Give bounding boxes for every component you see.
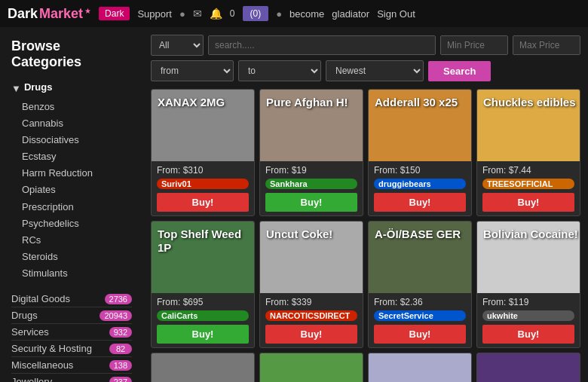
- cat-count-security: 82: [109, 344, 132, 354]
- vendor-badge: druggiebears: [374, 179, 466, 189]
- search-input[interactable]: [208, 35, 436, 55]
- buy-button[interactable]: Buy!: [265, 325, 357, 344]
- buy-button[interactable]: Buy!: [374, 193, 466, 212]
- sidebar-item-psychedelics[interactable]: Psychedelics: [22, 215, 132, 232]
- drugs-section: ▼ Drugs Benzos Cannabis Dissociatives Ec…: [11, 81, 132, 282]
- product-price: From: $7.44: [482, 165, 574, 176]
- product-title: Uncut Coke!: [266, 228, 332, 241]
- max-price-input[interactable]: [513, 35, 580, 55]
- product-info: From: $119 ukwhite Buy!: [477, 293, 580, 347]
- drugs-expand-icon[interactable]: ▼: [11, 83, 21, 94]
- product-price: From: $119: [482, 297, 574, 307]
- bell-icon[interactable]: 🔔: [210, 8, 222, 20]
- cat-digital-goods[interactable]: Digital Goods 2736: [11, 291, 132, 307]
- product-info: From: $310 Suriv01 Buy!: [152, 161, 254, 215]
- sidebar-item-opiates[interactable]: Opiates: [22, 182, 132, 198]
- buy-button[interactable]: Buy!: [482, 325, 574, 344]
- logo-dark-text: Dark: [8, 6, 38, 22]
- buy-button[interactable]: Buy!: [374, 325, 466, 344]
- product-title: Adderall 30 x25: [375, 96, 458, 109]
- product-image: Bolivian Cocaine!: [477, 222, 580, 293]
- sidebar-item-harm-reduction[interactable]: Harm Reduction: [22, 165, 132, 182]
- product-image: XANAX 2MG: [152, 90, 254, 161]
- logo-market-text: Market: [39, 6, 83, 22]
- product-info: From: $19 Sankhara Buy!: [260, 161, 363, 215]
- product-card: XANAX 2MG From: $310 Suriv01 Buy!: [151, 89, 255, 216]
- sidebar-item-dissociatives[interactable]: Dissociatives: [22, 132, 132, 148]
- user-profile-link[interactable]: gladiator: [332, 8, 369, 20]
- main-layout: Browse Categories ▼ Drugs Benzos Cannabi…: [0, 27, 588, 382]
- search-bar-row1: All: [151, 35, 580, 56]
- buy-button[interactable]: Buy!: [157, 193, 249, 212]
- cat-services[interactable]: Services 932: [11, 324, 132, 341]
- search-bar-row2: from to Newest Search: [151, 60, 580, 81]
- cat-count-services: 932: [109, 327, 132, 338]
- product-price: From: $2.36: [374, 297, 466, 307]
- become-link[interactable]: become: [289, 8, 324, 20]
- product-image: A-ÖI/BASE GER: [369, 222, 471, 293]
- product-title: Chuckles edibles: [483, 96, 576, 109]
- vendor-badge: ukwhite: [482, 310, 574, 321]
- logo: Dark Market ★: [8, 6, 91, 22]
- sidebar-item-steroids[interactable]: Steroids: [22, 249, 132, 265]
- partial-product-card: Sandoz...: [368, 353, 472, 382]
- min-price-input[interactable]: [440, 35, 508, 55]
- product-image: Adderall 30 x25: [369, 90, 471, 161]
- signout-link[interactable]: Sign Out: [377, 8, 415, 20]
- drug-subcategory-list: Benzos Cannabis Dissociatives Ecstasy Ha…: [11, 99, 132, 282]
- partial-product-card: NEW OG: [259, 353, 363, 382]
- sidebar-item-benzos[interactable]: Benzos: [22, 99, 132, 115]
- product-grid: XANAX 2MG From: $310 Suriv01 Buy! Pure A…: [151, 89, 580, 348]
- cat-count-digital-goods: 2736: [105, 294, 132, 304]
- sidebar-item-stimulants[interactable]: Stimulants: [22, 265, 132, 282]
- from-select[interactable]: from: [151, 60, 234, 81]
- sidebar-title: Browse Categories: [11, 38, 132, 70]
- product-title: Pure Afghan H!: [266, 96, 348, 109]
- product-title: Bolivian Cocaine!: [483, 228, 578, 241]
- nav-dot-2: ●: [276, 8, 282, 20]
- sidebar-item-ecstasy[interactable]: Ecstasy: [22, 148, 132, 165]
- product-card: Top Shelf Weed 1P From: $695 CaliCarts B…: [151, 221, 255, 348]
- product-image: Top Shelf Weed 1P: [152, 222, 254, 293]
- sidebar-item-prescription[interactable]: Prescription: [22, 199, 132, 215]
- dark-mode-button[interactable]: Dark: [99, 7, 130, 20]
- buy-button[interactable]: Buy!: [157, 325, 249, 344]
- cat-miscellaneous[interactable]: Miscellaneous 138: [11, 357, 132, 374]
- buy-button[interactable]: Buy!: [265, 193, 357, 212]
- nav-dot-1: ●: [179, 8, 185, 20]
- product-image: Pure Afghan H!: [260, 90, 363, 161]
- to-select[interactable]: to: [238, 60, 321, 81]
- buy-button[interactable]: Buy!: [482, 193, 574, 212]
- product-card: Chuckles edibles From: $7.44 TREESOFFICI…: [476, 89, 580, 216]
- product-card: Adderall 30 x25 From: $150 druggiebears …: [368, 89, 472, 216]
- sort-select[interactable]: Newest: [326, 60, 424, 81]
- category-select[interactable]: All: [151, 35, 204, 56]
- support-link[interactable]: Support: [137, 8, 172, 20]
- product-card: Uncut Coke! From: $339 NARCOTICSDIRECT B…: [259, 221, 363, 348]
- product-price: From: $339: [265, 297, 357, 307]
- product-title: A-ÖI/BASE GER: [375, 228, 461, 241]
- search-button[interactable]: Search: [428, 61, 491, 81]
- product-price: From: $695: [157, 297, 249, 307]
- cat-security-hosting[interactable]: Security & Hosting 82: [11, 341, 132, 357]
- mail-icon[interactable]: ✉: [193, 8, 202, 20]
- product-info: From: $695 CaliCarts Buy!: [152, 293, 254, 347]
- product-image: Uncut Coke!: [260, 222, 363, 293]
- vendor-badge: Suriv01: [157, 179, 249, 189]
- sidebar-item-cannabis[interactable]: Cannabis: [22, 115, 132, 132]
- cat-jewellery[interactable]: Jewellery 237: [11, 374, 132, 382]
- partial-product-row: 1g RawNEW OGSandoz...DMT: [151, 353, 580, 382]
- sidebar: Browse Categories ▼ Drugs Benzos Cannabi…: [0, 27, 143, 382]
- sidebar-item-rcs[interactable]: RCs: [22, 232, 132, 249]
- product-title: Top Shelf Weed 1P: [158, 228, 254, 255]
- vendor-badge: NARCOTICSDIRECT: [265, 310, 357, 321]
- product-card: Pure Afghan H! From: $19 Sankhara Buy!: [259, 89, 363, 216]
- top-navigation: Dark Market ★ Dark Support ● ✉ 🔔 0 (0) ●…: [0, 0, 588, 27]
- product-info: From: $2.36 SecretService Buy!: [369, 293, 471, 347]
- product-info: From: $7.44 TREESOFFICIAL Buy!: [477, 161, 580, 215]
- vendor-badge: TREESOFFICIAL: [482, 179, 574, 189]
- cat-drugs[interactable]: Drugs 20943: [11, 307, 132, 324]
- cart-button[interactable]: (0): [243, 6, 269, 21]
- partial-product-card: 1g Raw: [151, 353, 255, 382]
- cat-count-drugs: 20943: [100, 310, 132, 321]
